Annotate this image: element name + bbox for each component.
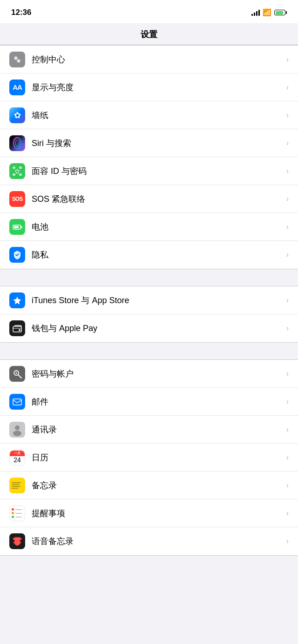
- svg-rect-33: [15, 541, 20, 541]
- svg-point-24: [13, 431, 21, 436]
- svg-point-3: [18, 60, 20, 62]
- svg-rect-27: [13, 538, 21, 538]
- battery-chevron: ›: [286, 223, 289, 231]
- svg-rect-40: [15, 544, 20, 544]
- svg-rect-35: [14, 542, 20, 542]
- wifi-icon: 📶: [263, 8, 271, 17]
- contacts-chevron: ›: [286, 425, 289, 434]
- wallpaper-chevron: ›: [286, 111, 289, 120]
- itunes-icon: [9, 292, 25, 308]
- calendar-chevron: ›: [286, 453, 289, 462]
- svg-rect-21: [13, 399, 21, 405]
- passwords-chevron: ›: [286, 370, 289, 378]
- battery-icon: [274, 10, 287, 15]
- settings-row-reminders[interactable]: 提醒事项 ›: [0, 499, 298, 527]
- svg-rect-29: [13, 539, 21, 539]
- svg-rect-8: [20, 167, 21, 168]
- settings-row-control-center[interactable]: 控制中心 ›: [0, 46, 298, 73]
- svg-point-17: [19, 329, 20, 331]
- sos-icon: SOS: [9, 191, 25, 207]
- settings-row-notes[interactable]: 备忘录 ›: [0, 471, 298, 499]
- notes-icon: [9, 478, 25, 493]
- notes-label: 备忘录: [32, 480, 286, 491]
- page-title: 设置: [141, 30, 157, 39]
- faceid-icon: [9, 163, 25, 179]
- signal-icon: [251, 9, 260, 16]
- section-gap-1: [0, 269, 298, 286]
- svg-rect-10: [20, 174, 21, 175]
- svg-rect-39: [14, 544, 20, 544]
- control-center-chevron: ›: [286, 55, 289, 64]
- settings-row-wallet[interactable]: 钱包与 Apple Pay ›: [0, 314, 298, 342]
- svg-rect-25: [15, 537, 20, 538]
- settings-section-2: iTunes Store 与 App Store › 钱包与 Apple Pay…: [0, 286, 298, 343]
- calendar-label: 日历: [32, 452, 286, 463]
- svg-line-19: [18, 375, 21, 378]
- settings-row-mail[interactable]: 邮件 ›: [0, 388, 298, 416]
- wallet-chevron: ›: [286, 324, 289, 332]
- settings-section-3: 密码与帐户 › 邮件 › 通讯录 › 一月 24: [0, 359, 298, 556]
- settings-row-sos[interactable]: SOS SOS 紧急联络 ›: [0, 185, 298, 213]
- svg-rect-28: [13, 538, 22, 539]
- settings-row-wallpaper[interactable]: ✿ 墙纸 ›: [0, 101, 298, 129]
- svg-rect-37: [14, 543, 21, 543]
- svg-rect-9: [13, 174, 15, 175]
- itunes-chevron: ›: [286, 296, 289, 305]
- svg-point-11: [15, 170, 17, 171]
- settings-row-battery[interactable]: 电池 ›: [0, 213, 298, 241]
- section-gap-2: [0, 343, 298, 359]
- wallpaper-label: 墙纸: [32, 110, 286, 121]
- svg-rect-42: [16, 545, 19, 545]
- svg-rect-36: [13, 542, 21, 543]
- svg-rect-34: [14, 541, 20, 542]
- display-chevron: ›: [286, 83, 289, 92]
- svg-point-20: [15, 372, 17, 374]
- status-icons: 📶: [251, 8, 287, 17]
- page-title-bar: 设置: [0, 23, 298, 45]
- privacy-label: 隐私: [32, 249, 286, 260]
- settings-row-display[interactable]: AA 显示与亮度 ›: [0, 73, 298, 101]
- display-icon: AA: [9, 80, 25, 95]
- siri-chevron: ›: [286, 139, 289, 147]
- svg-rect-30: [14, 539, 20, 540]
- faceid-label: 面容 ID 与密码: [32, 166, 286, 177]
- svg-point-1: [15, 57, 17, 59]
- settings-row-contacts[interactable]: 通讯录 ›: [0, 416, 298, 444]
- notes-chevron: ›: [286, 481, 289, 490]
- svg-rect-31: [14, 540, 21, 540]
- mail-label: 邮件: [32, 396, 286, 407]
- mail-chevron: ›: [286, 398, 289, 406]
- wallet-label: 钱包与 Apple Pay: [32, 323, 286, 334]
- settings-row-voice-memos[interactable]: 语音备忘录 ›: [0, 527, 298, 555]
- settings-row-calendar[interactable]: 一月 24 日历 ›: [0, 444, 298, 471]
- passwords-label: 密码与帐户: [32, 368, 286, 379]
- contacts-label: 通讯录: [32, 424, 286, 435]
- battery-label: 电池: [32, 221, 286, 232]
- display-label: 显示与亮度: [32, 82, 286, 93]
- status-bar: 12:36 📶: [0, 0, 298, 23]
- passwords-icon: [9, 366, 25, 382]
- battery-settings-icon: [9, 219, 25, 235]
- reminders-label: 提醒事项: [32, 508, 286, 519]
- wallet-icon: [9, 320, 25, 336]
- control-center-icon: [9, 52, 25, 67]
- voice-memos-label: 语音备忘录: [32, 536, 286, 547]
- sos-chevron: ›: [286, 195, 289, 203]
- sos-label: SOS 紧急联络: [32, 193, 286, 205]
- settings-row-privacy[interactable]: 隐私 ›: [0, 241, 298, 269]
- settings-row-passwords[interactable]: 密码与帐户 ›: [0, 360, 298, 388]
- svg-rect-41: [15, 544, 19, 545]
- svg-point-23: [15, 425, 20, 430]
- settings-row-siri[interactable]: Siri 与搜索 ›: [0, 129, 298, 157]
- svg-point-12: [18, 170, 20, 171]
- privacy-chevron: ›: [286, 251, 289, 259]
- svg-rect-38: [14, 543, 20, 544]
- voice-memos-chevron: ›: [286, 537, 289, 545]
- settings-section-1: 控制中心 › AA 显示与亮度 › ✿ 墙纸 ›: [0, 45, 298, 269]
- settings-row-faceid[interactable]: 面容 ID 与密码 ›: [0, 157, 298, 185]
- reminders-chevron: ›: [286, 509, 289, 518]
- settings-row-itunes[interactable]: iTunes Store 与 App Store ›: [0, 286, 298, 314]
- wallpaper-icon: ✿: [9, 107, 25, 123]
- mail-icon: [9, 394, 25, 410]
- reminders-icon: [9, 505, 25, 521]
